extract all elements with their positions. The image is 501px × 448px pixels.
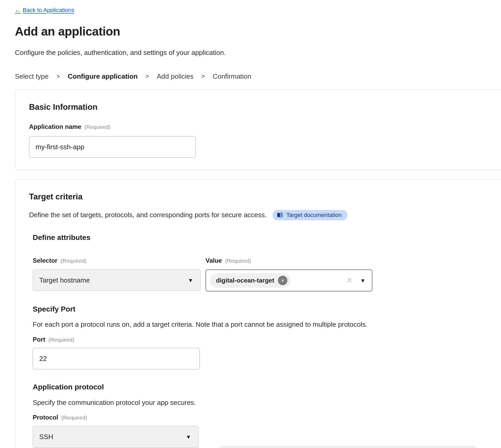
value-multiselect[interactable]: digital-ocean-target ✕ ✕ ▼ [206,269,372,291]
chevron-down-icon: ▼ [186,434,191,440]
bottom-cutoff-element [220,446,476,448]
wizard-steps: Select type > Configure application > Ad… [15,72,501,81]
selector-required-hint: (Required) [61,258,87,264]
step-configure-application[interactable]: Configure application [68,72,138,81]
protocol-dropdown[interactable]: SSH ▼ [33,426,199,448]
back-link-label: Back to Applications [23,7,74,14]
step-confirmation[interactable]: Confirmation [213,72,251,81]
target-criteria-heading: Target criteria [29,192,501,202]
selector-dropdown-value: Target hostname [39,276,90,284]
chevron-down-icon: ▼ [360,278,366,283]
chevron-down-icon: ▼ [188,278,193,283]
application-protocol-heading: Application protocol [33,383,501,391]
target-criteria-description: Define the set of targets, protocols, an… [29,211,267,219]
clear-selection-button[interactable]: ✕ [346,277,353,284]
specify-port-description: For each port a protocol runs on, add a … [33,321,501,329]
step-select-type[interactable]: Select type [15,72,49,81]
value-label: Value [206,257,222,264]
selected-value-tag: digital-ocean-target ✕ [210,273,291,288]
selector-dropdown[interactable]: Target hostname ▼ [33,269,201,291]
port-required-hint: (Required) [48,337,74,343]
protocol-label: Protocol [33,414,58,421]
back-to-applications-link[interactable]: ← Back to Applications [15,7,74,14]
back-arrow-icon: ← [15,7,21,14]
page-subtitle: Configure the policies, authentication, … [15,49,501,57]
application-name-label: Application name [29,123,81,130]
step-separator-icon: > [145,73,149,80]
target-documentation-badge[interactable]: Target documentation [272,210,348,220]
port-label: Port [33,336,45,343]
port-input[interactable] [33,348,200,369]
page-title: Add an application [15,25,501,38]
value-required-hint: (Required) [225,258,251,264]
application-protocol-description: Specify the communication protocol your … [33,399,501,407]
define-attributes-heading: Define attributes [33,233,501,242]
step-separator-icon: > [56,73,60,80]
basic-information-card: Basic Information Application name (Requ… [15,90,501,170]
selector-label: Selector [33,257,58,264]
add-application-page: ← Back to Applications Add an applicatio… [0,0,501,448]
protocol-dropdown-value: SSH [39,433,53,441]
book-icon [276,212,283,219]
step-add-policies[interactable]: Add policies [157,72,193,81]
application-name-input[interactable] [29,136,196,158]
step-separator-icon: > [201,73,205,80]
specify-port-heading: Specify Port [33,305,501,313]
selected-value-tag-label: digital-ocean-target [216,277,274,284]
target-criteria-card: Target criteria Define the set of target… [15,179,501,448]
protocol-required-hint: (Required) [61,415,87,421]
tag-remove-button[interactable]: ✕ [278,276,287,285]
target-documentation-label: Target documentation [286,212,342,219]
application-name-required-hint: (Required) [84,124,110,130]
basic-information-heading: Basic Information [29,102,501,112]
